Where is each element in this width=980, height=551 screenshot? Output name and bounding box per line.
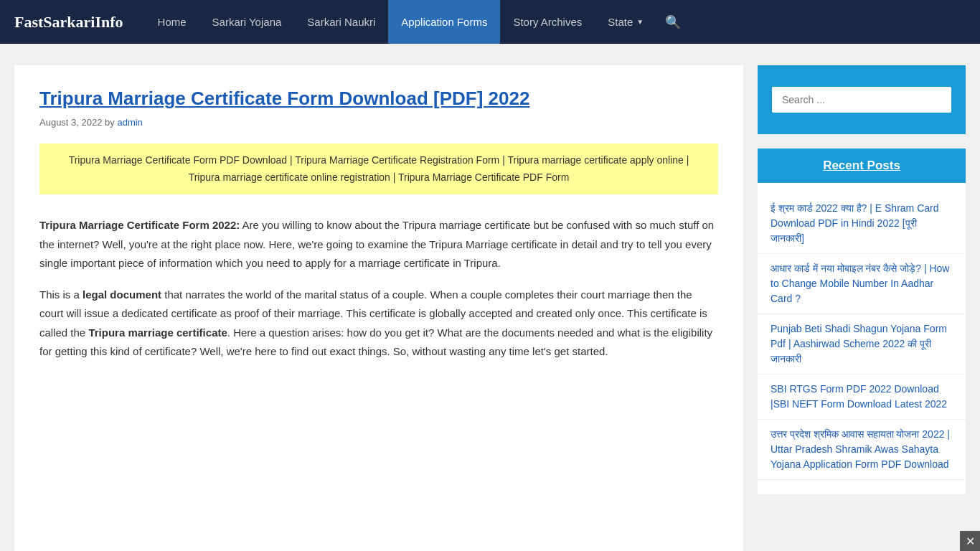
list-item: SBI RTGS Form PDF 2022 Download |SBI NEF… [758, 375, 966, 420]
highlight-box: Tripura Marriage Certificate Form PDF Do… [39, 143, 718, 195]
recent-post-link-2[interactable]: आधार कार्ड में नया मोबाइल नंबर कैसे जोड़… [771, 261, 953, 306]
article-author[interactable]: admin [117, 117, 142, 128]
nav-links: Home Sarkari Yojana Sarkari Naukri Appli… [145, 0, 966, 44]
sidebar-search-section [758, 65, 966, 134]
main-content: Tripura Marriage Certificate Form Downlo… [14, 65, 743, 551]
article-intro-bold: Tripura Marriage Certificate Form 2022: [39, 219, 240, 231]
article-title[interactable]: Tripura Marriage Certificate Form Downlo… [39, 87, 718, 111]
chevron-down-icon: ▼ [636, 18, 644, 26]
list-item: उत्तर प्रदेश श्रमिक आवास सहायता योजना 20… [758, 420, 966, 480]
article-meta: August 3, 2022 by admin [39, 117, 718, 128]
list-item: ई श्रम कार्ड 2022 क्या है? | E Shram Car… [758, 194, 966, 254]
article-p2-bold: legal document [83, 288, 161, 301]
article-p2-bold2: Tripura marriage certificate [88, 326, 227, 339]
nav-sarkari-yojana[interactable]: Sarkari Yojana [199, 0, 295, 44]
recent-post-link-4[interactable]: SBI RTGS Form PDF 2022 Download |SBI NEF… [771, 382, 953, 412]
sidebar-recent-posts: Recent Posts ई श्रम कार्ड 2022 क्या है? … [758, 149, 966, 494]
nav-state[interactable]: State ▼ [595, 0, 656, 44]
article-date: August 3, 2022 [39, 117, 102, 128]
site-logo[interactable]: FastSarkariInfo [14, 13, 123, 32]
article-paragraph-2: This is a legal document that narrates t… [39, 286, 718, 361]
recent-post-link-1[interactable]: ई श्रम कार्ड 2022 क्या है? | E Shram Car… [771, 201, 953, 246]
article-p2-start: This is a [39, 288, 83, 301]
search-input[interactable] [772, 87, 951, 113]
sidebar: Recent Posts ई श्रम कार्ड 2022 क्या है? … [758, 65, 966, 494]
article-by: by [105, 117, 117, 128]
article-body: Tripura Marriage Certificate Form 2022: … [39, 216, 718, 361]
list-item: आधार कार्ड में नया मोबाइल नंबर कैसे जोड़… [758, 254, 966, 314]
nav-search-icon[interactable]: 🔍 [656, 0, 689, 44]
page-wrapper: Tripura Marriage Certificate Form Downlo… [0, 44, 980, 551]
navigation: FastSarkariInfo Home Sarkari Yojana Sark… [0, 0, 980, 44]
close-button[interactable]: ✕ [960, 531, 980, 551]
nav-application-forms[interactable]: Application Forms [388, 0, 500, 44]
recent-posts-header: Recent Posts [758, 149, 966, 183]
recent-post-link-3[interactable]: Punjab Beti Shadi Shagun Yojana Form Pdf… [771, 321, 953, 367]
nav-home[interactable]: Home [145, 0, 199, 44]
nav-sarkari-naukri[interactable]: Sarkari Naukri [294, 0, 388, 44]
article-paragraph-1: Tripura Marriage Certificate Form 2022: … [39, 216, 718, 273]
nav-story-archives[interactable]: Story Archives [500, 0, 595, 44]
list-item: Punjab Beti Shadi Shagun Yojana Form Pdf… [758, 314, 966, 375]
recent-post-link-5[interactable]: उत्तर प्रदेश श्रमिक आवास सहायता योजना 20… [771, 427, 953, 472]
